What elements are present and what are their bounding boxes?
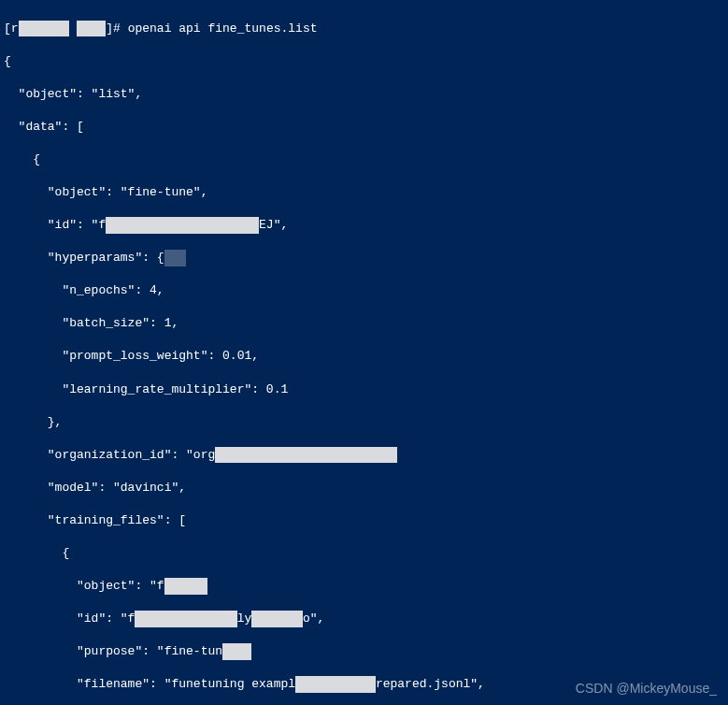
json-output: "training_files": [ — [4, 512, 724, 529]
json-output: "learning_rate_multiplier": 0.1 — [4, 381, 724, 398]
json-output: "object": "fine-tune", — [4, 184, 724, 201]
watermark: CSDN @MickeyMouse_ — [576, 680, 717, 698]
json-output: "id": "f EJ", — [4, 217, 724, 234]
redacted-text — [164, 578, 208, 595]
redacted-text — [215, 447, 397, 464]
terminal-output: [r ]# openai api fine_tunes.list { "obje… — [4, 4, 724, 705]
redacted-text — [77, 21, 106, 37]
json-output: "purpose": "fine-tun — [4, 643, 724, 660]
json-output: }, — [4, 414, 724, 431]
json-output: "object": "f — [4, 578, 724, 595]
json-output: "model": "davinci", — [4, 480, 724, 496]
json-output: { — [4, 151, 724, 168]
json-output: { — [4, 545, 724, 562]
redacted-text — [295, 676, 376, 693]
redacted-text — [164, 250, 186, 266]
redacted-text — [106, 217, 259, 234]
json-output: "batch_size": 1, — [4, 315, 724, 332]
redacted-text — [251, 611, 303, 627]
json-output: "hyperparams": { — [4, 250, 724, 266]
json-output: "data": [ — [4, 119, 724, 136]
json-output: { — [4, 53, 724, 70]
json-output: "n_epochs": 4, — [4, 282, 724, 299]
redacted-text — [19, 21, 70, 37]
json-output: "object": "list", — [4, 86, 724, 103]
redacted-text — [135, 611, 236, 627]
command-prompt: [r ]# openai api fine_tunes.list — [4, 21, 724, 37]
redacted-text — [222, 643, 251, 660]
json-output: "id": "f ly o", — [4, 611, 724, 627]
json-output: "organization_id": "org — [4, 447, 724, 464]
json-output: "prompt_loss_weight": 0.01, — [4, 348, 724, 365]
